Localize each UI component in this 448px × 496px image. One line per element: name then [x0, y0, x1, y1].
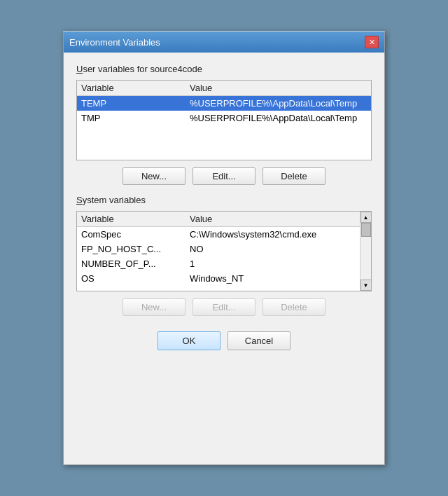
user-table-header: Variable Value [77, 81, 371, 96]
title-bar: Environment Variables ✕ [64, 32, 384, 53]
system-button-row: New... Edit... Delete [76, 298, 372, 316]
scrollbar-down-arrow[interactable]: ▼ [360, 280, 372, 291]
scrollbar-thumb[interactable] [361, 223, 371, 237]
system-table-header: Variable Value [77, 212, 371, 227]
footer-button-row: OK Cancel [76, 326, 372, 353]
table-row[interactable]: TMP %USERPROFILE%\AppData\Local\Temp [77, 111, 371, 125]
user-table-body: TEMP %USERPROFILE%\AppData\Local\Temp TM… [77, 96, 371, 152]
user-delete-button[interactable]: Delete [262, 167, 326, 185]
dialog-body: User variables for source4code Variable … [64, 53, 384, 363]
dialog-title: Environment Variables [69, 37, 160, 48]
sys-row1-value: NO [190, 244, 367, 254]
system-table-scrollbar[interactable]: ▲ ▼ [360, 212, 371, 291]
user-button-row: New... Edit... Delete [76, 167, 372, 185]
system-col-value: Value [190, 214, 367, 224]
environment-variables-dialog: Environment Variables ✕ User variables f… [63, 31, 385, 465]
system-section-label: System variables [76, 195, 372, 205]
sys-row0-value: C:\Windows\system32\cmd.exe [190, 229, 367, 240]
system-delete-button[interactable]: Delete [262, 298, 326, 316]
user-edit-button[interactable]: Edit... [192, 167, 255, 185]
user-row0-variable: TEMP [81, 98, 190, 109]
sys-row2-variable: NUMBER_OF_P... [81, 259, 190, 269]
close-button[interactable]: ✕ [365, 36, 379, 48]
table-row[interactable]: NUMBER_OF_P... 1 [77, 256, 371, 271]
user-col-value: Value [190, 83, 367, 93]
system-edit-button[interactable]: Edit... [192, 298, 255, 316]
sys-row3-variable: OS [81, 273, 190, 284]
table-row[interactable]: ComSpec C:\Windows\system32\cmd.exe [77, 227, 371, 242]
sys-row0-variable: ComSpec [81, 229, 190, 240]
user-row1-variable: TMP [81, 113, 190, 123]
cancel-button[interactable]: Cancel [227, 331, 290, 350]
sys-row3-value: Windows_NT [190, 273, 367, 284]
user-section-label: User variables for source4code [76, 64, 372, 74]
user-variables-table: Variable Value TEMP %USERPROFILE%\AppDat… [76, 80, 372, 160]
user-row0-value: %USERPROFILE%\AppData\Local\Temp [190, 98, 367, 109]
system-variables-table: Variable Value ComSpec C:\Windows\system… [76, 211, 372, 291]
table-row[interactable]: FP_NO_HOST_C... NO [77, 242, 371, 256]
user-row1-value: %USERPROFILE%\AppData\Local\Temp [190, 113, 367, 123]
scrollbar-up-arrow[interactable]: ▲ [360, 212, 372, 223]
system-col-variable: Variable [81, 214, 190, 224]
table-row[interactable]: OS Windows_NT [77, 271, 371, 286]
sys-row2-value: 1 [190, 259, 367, 269]
user-col-variable: Variable [81, 83, 190, 93]
ok-button[interactable]: OK [158, 331, 220, 350]
system-new-button[interactable]: New... [122, 298, 186, 316]
user-new-button[interactable]: New... [122, 167, 186, 185]
sys-row1-variable: FP_NO_HOST_C... [81, 244, 190, 254]
system-table-body: ComSpec C:\Windows\system32\cmd.exe FP_N… [77, 227, 371, 286]
table-row[interactable]: TEMP %USERPROFILE%\AppData\Local\Temp [77, 96, 371, 111]
